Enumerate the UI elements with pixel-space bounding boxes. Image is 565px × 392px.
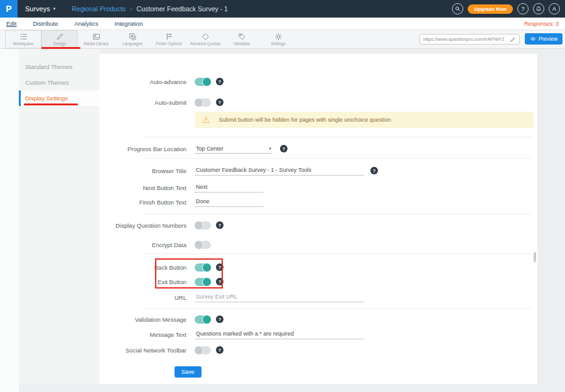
display-settings-panel: Auto-advance Auto-submit ⚠ Submit button… bbox=[99, 54, 537, 384]
message-text-input[interactable] bbox=[195, 330, 364, 339]
nav-analytics[interactable]: Analytics bbox=[75, 20, 99, 27]
toolbar-settings[interactable]: Settings bbox=[260, 30, 296, 48]
validation-message-label: Validation Message bbox=[99, 316, 195, 323]
row-display-question-numbers: Display Question Numbers bbox=[99, 219, 537, 231]
auto-submit-label: Auto-submit bbox=[99, 99, 195, 106]
message-text-label: Message Text bbox=[99, 331, 195, 338]
languages-icon bbox=[129, 33, 137, 41]
warning-icon: ⚠ bbox=[202, 115, 210, 124]
divider bbox=[144, 308, 532, 309]
toolbar-design[interactable]: Design bbox=[41, 30, 78, 48]
chevron-down-icon: ▾ bbox=[53, 6, 56, 11]
social-network-toolbar-toggle[interactable] bbox=[195, 346, 211, 354]
row-message-text: Message Text bbox=[99, 328, 537, 341]
eye-icon bbox=[530, 36, 536, 42]
toggle-knob bbox=[202, 315, 212, 324]
survey-nav: Edit Distribute Analytics Integration Re… bbox=[0, 18, 565, 30]
survey-exit-url-input[interactable] bbox=[195, 293, 364, 302]
finish-options-icon bbox=[165, 33, 173, 41]
finish-button-text-input[interactable] bbox=[195, 198, 264, 207]
toolbar-finish-options-label: Finish Options bbox=[156, 41, 182, 46]
row-encrypt-data: Encrypt Data bbox=[99, 238, 537, 251]
display-question-numbers-label: Display Question Numbers bbox=[99, 222, 195, 229]
nav-distribute[interactable]: Distribute bbox=[33, 20, 58, 27]
toolbar-workspace-label: Workspace bbox=[13, 41, 33, 46]
row-finish-button-text: Finish Button Text bbox=[99, 196, 537, 208]
warning-text: Submit button will be hidden for pages w… bbox=[219, 117, 391, 123]
preview-button-label: Preview bbox=[539, 36, 557, 42]
design-icon bbox=[56, 33, 64, 41]
account-button[interactable]: A bbox=[549, 3, 560, 14]
sidebar-item-standard-themes[interactable]: Standard Themes bbox=[19, 59, 99, 75]
breadcrumb-parent[interactable]: Regional Products bbox=[72, 5, 126, 13]
design-toolbar: Workspace Design Media Library Languages… bbox=[0, 30, 565, 49]
nav-integration[interactable]: Integration bbox=[115, 20, 143, 27]
toggle-knob bbox=[194, 221, 203, 230]
variables-icon bbox=[238, 33, 246, 41]
search-icon bbox=[455, 6, 461, 12]
edit-pencil-icon[interactable] bbox=[510, 36, 516, 43]
social-network-toolbar-help-icon[interactable] bbox=[216, 346, 223, 354]
toolbar-advance-quotas[interactable]: Advance Quotas bbox=[187, 30, 223, 48]
settings-gear-icon bbox=[274, 33, 282, 41]
toolbar-finish-options[interactable]: Finish Options bbox=[151, 30, 187, 48]
browser-title-input[interactable] bbox=[195, 166, 364, 176]
search-button[interactable] bbox=[452, 3, 463, 14]
surveys-menu[interactable]: Surveys ▾ bbox=[25, 5, 55, 13]
divider bbox=[144, 158, 532, 159]
next-button-text-input[interactable] bbox=[195, 183, 264, 193]
surveys-menu-label: Surveys bbox=[25, 5, 50, 13]
display-question-numbers-toggle[interactable] bbox=[195, 221, 211, 230]
finish-button-text-label: Finish Button Text bbox=[99, 199, 195, 206]
media-library-icon bbox=[92, 33, 100, 41]
breadcrumb-current: Customer Feedback Survey - 1 bbox=[137, 5, 228, 13]
validation-message-toggle[interactable] bbox=[195, 315, 211, 324]
display-question-numbers-help-icon[interactable] bbox=[216, 221, 223, 229]
auto-advance-toggle[interactable] bbox=[195, 78, 211, 86]
auto-submit-toggle[interactable] bbox=[195, 98, 211, 107]
sidebar-item-custom-themes[interactable]: Custom Themes bbox=[19, 75, 99, 90]
toolbar-media-library[interactable]: Media Library bbox=[78, 30, 114, 48]
questionpro-logo[interactable]: P bbox=[0, 0, 18, 18]
upgrade-now-button[interactable]: Upgrade Now bbox=[468, 4, 513, 14]
help-button[interactable]: ? bbox=[517, 3, 529, 14]
toggle-knob bbox=[194, 240, 203, 250]
topbar: P Surveys ▾ Regional Products › Customer… bbox=[0, 0, 565, 18]
themes-sidebar: Standard Themes Custom Themes Display Se… bbox=[19, 49, 99, 384]
save-button[interactable]: Save bbox=[175, 366, 202, 378]
social-network-toolbar-label: Social Network Toolbar bbox=[99, 347, 195, 354]
breadcrumb: Regional Products › Customer Feedback Su… bbox=[72, 5, 228, 13]
next-button-text-label: Next Button Text bbox=[99, 184, 195, 191]
row-exit-url: URL bbox=[99, 291, 537, 304]
browser-title-help-icon[interactable] bbox=[370, 167, 378, 174]
preview-button[interactable]: Preview bbox=[525, 33, 562, 45]
toolbar-variables[interactable]: Variables bbox=[223, 30, 260, 48]
auto-advance-help-icon[interactable] bbox=[216, 78, 223, 85]
row-validation-message: Validation Message bbox=[99, 313, 537, 326]
auto-advance-label: Auto-advance bbox=[99, 78, 195, 85]
toolbar-languages[interactable]: Languages bbox=[114, 30, 151, 48]
toolbar-workspace[interactable]: Workspace bbox=[5, 30, 41, 48]
row-progress-bar-location: Progress Bar Location Top Center ▾ bbox=[99, 142, 537, 155]
auto-submit-help-icon[interactable] bbox=[216, 98, 223, 106]
progress-bar-location-help-icon[interactable] bbox=[280, 145, 288, 152]
nav-edit[interactable]: Edit bbox=[6, 20, 16, 27]
toolbar-settings-label: Settings bbox=[271, 41, 286, 46]
annotation-back-exit-box bbox=[155, 258, 223, 289]
toggle-knob bbox=[202, 77, 212, 87]
scrollbar-thumb[interactable] bbox=[534, 252, 536, 262]
validation-message-help-icon[interactable] bbox=[216, 315, 223, 323]
encrypt-data-toggle[interactable] bbox=[195, 241, 211, 249]
survey-url-box[interactable]: https://www.questionpro.com/t/APNrFZ bbox=[419, 34, 520, 45]
progress-bar-location-select[interactable]: Top Center ▾ bbox=[195, 144, 272, 154]
survey-url: https://www.questionpro.com/t/APNrFZ bbox=[423, 36, 507, 42]
toolbar-design-label: Design bbox=[53, 41, 66, 46]
toolbar-languages-label: Languages bbox=[122, 41, 143, 46]
exit-url-label: URL bbox=[99, 294, 195, 301]
notifications-button[interactable] bbox=[533, 3, 544, 14]
responses-count[interactable]: Responses: 3 bbox=[524, 21, 559, 27]
progress-bar-location-value: Top Center bbox=[196, 146, 223, 152]
divider bbox=[144, 214, 532, 215]
toolbar-advance-quotas-label: Advance Quotas bbox=[190, 41, 220, 46]
divider bbox=[144, 253, 532, 254]
